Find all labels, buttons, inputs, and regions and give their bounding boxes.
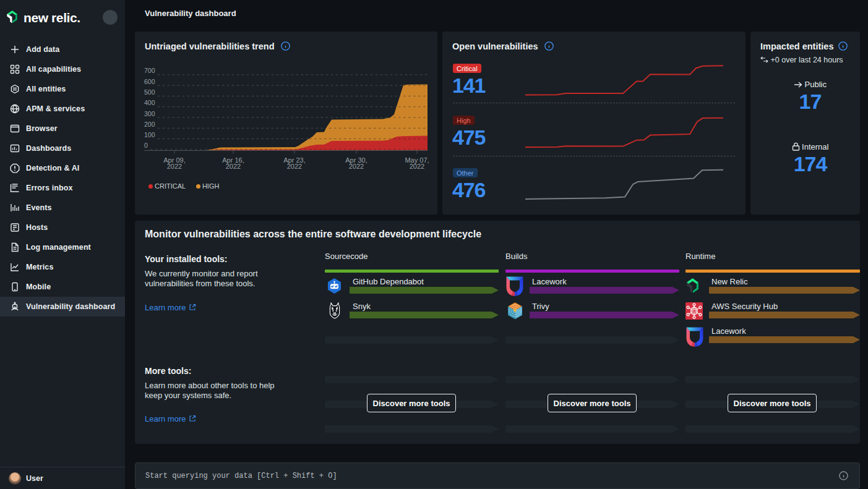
svg-text:600: 600 (144, 78, 155, 85)
svg-text:700: 700 (144, 67, 155, 74)
svg-text:400: 400 (144, 99, 155, 106)
svg-text:2022: 2022 (226, 163, 241, 170)
svg-text:0: 0 (144, 142, 148, 149)
svg-text:200: 200 (144, 121, 155, 128)
svg-text:2022: 2022 (349, 163, 364, 170)
svg-text:100: 100 (144, 131, 155, 138)
svg-text:500: 500 (144, 88, 155, 96)
svg-text:2022: 2022 (287, 163, 302, 170)
svg-text:2022: 2022 (167, 163, 182, 170)
svg-text:2022: 2022 (410, 163, 424, 170)
svg-text:300: 300 (144, 110, 155, 117)
